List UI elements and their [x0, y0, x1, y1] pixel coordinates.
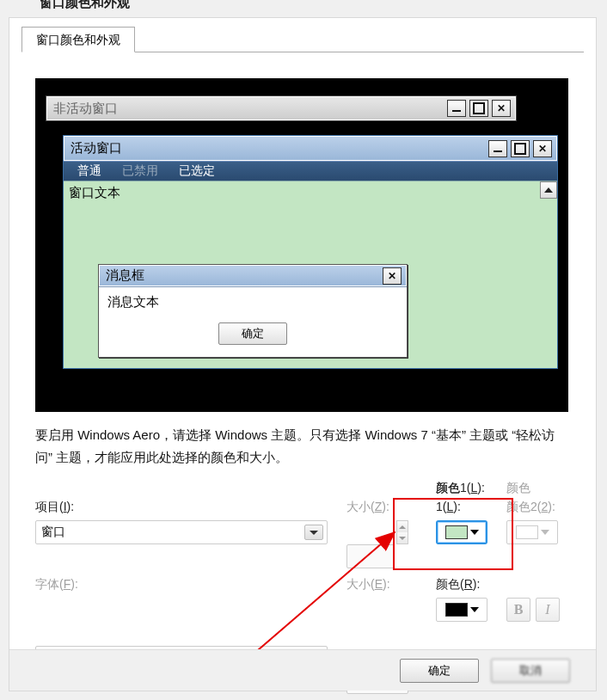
msgbox-body-text: 消息文本 [99, 287, 407, 314]
label-font: 字体(F): [35, 577, 78, 593]
instruction-text: 要启用 Windows Aero，请选择 Windows 主题。只有选择 Win… [35, 424, 568, 468]
active-title-text: 活动窗口 [69, 140, 488, 157]
cancel-button[interactable]: 取消 [491, 659, 570, 683]
size-z-spinner [396, 520, 408, 544]
menu-item-normal: 普通 [67, 163, 112, 179]
menu-item-selected: 已选定 [169, 163, 225, 179]
color2-swatch [516, 525, 538, 539]
msgbox-title-text: 消息框 [104, 267, 383, 284]
preview-inactive-window: 非活动窗口 ✕ [46, 95, 517, 121]
menu-item-disabled: 已禁用 [112, 163, 169, 179]
label-item: 项目(I): [35, 500, 74, 515]
dialog-panel: 窗口颜色和外观 非活动窗口 ✕ 活动窗口 ✕ [9, 17, 597, 691]
preview-stage: 非活动窗口 ✕ 活动窗口 ✕ 普通 已禁用 已选定 [35, 78, 568, 412]
minimize-icon [488, 140, 507, 157]
color-r-swatch [445, 603, 468, 617]
maximize-icon [511, 140, 530, 157]
preview-active-window: 活动窗口 ✕ 普通 已禁用 已选定 窗口文本 消息框 [63, 135, 558, 369]
label-color-r: 颜色(R): [436, 577, 480, 593]
chevron-down-icon [304, 525, 323, 540]
minimize-icon [447, 100, 466, 117]
msgbox-ok-button: 确定 [218, 322, 287, 345]
parent-window-title: 窗口颜色和外观 [40, 0, 130, 11]
dialog-button-bar: 确定 取消 [9, 649, 596, 691]
size-z-input [346, 544, 395, 568]
tab-window-color[interactable]: 窗口颜色和外观 [21, 27, 135, 52]
color-r-picker[interactable] [436, 598, 487, 622]
preview-client-area: 窗口文本 消息框 ✕ 消息文本 确定 [64, 181, 557, 368]
italic-button: I [536, 598, 560, 622]
label-color2: 颜色 [506, 481, 530, 496]
color1-swatch [445, 525, 468, 539]
bold-button: B [506, 598, 530, 622]
label-size-e: 大小(E): [346, 577, 390, 593]
close-icon: ✕ [383, 267, 402, 285]
chevron-down-icon [470, 607, 479, 612]
color1-picker[interactable] [436, 520, 487, 544]
chevron-down-icon [541, 530, 549, 535]
item-selected-value: 窗口 [41, 525, 65, 540]
preview-menubar: 普通 已禁用 已选定 [64, 162, 557, 181]
label-size-z: 大小(Z): [346, 500, 389, 515]
maximize-icon [469, 100, 488, 117]
preview-client-text: 窗口文本 [69, 185, 552, 201]
preview-messagebox: 消息框 ✕ 消息文本 确定 [98, 264, 408, 358]
tab-strip: 窗口颜色和外观 [21, 27, 584, 52]
ok-button[interactable]: 确定 [400, 659, 479, 683]
scrollbar-up-icon [540, 181, 557, 199]
item-combobox[interactable]: 窗口 [35, 520, 328, 544]
inactive-title-text: 非活动窗口 [52, 101, 447, 117]
close-icon: ✕ [533, 140, 552, 157]
color2-picker [506, 520, 558, 544]
chevron-down-icon [470, 530, 479, 535]
close-icon: ✕ [492, 100, 511, 117]
